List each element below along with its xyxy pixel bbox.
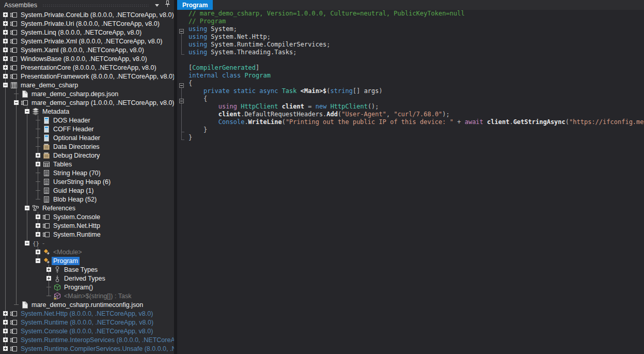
tree-row[interactable]: System.Console (8.0.0.0, .NETCoreApp, v8… — [0, 327, 174, 335]
code-line: private static async Task <Main>$(string… — [177, 87, 644, 95]
code-line: using System.Runtime.CompilerServices; — [177, 41, 644, 49]
expander-icon[interactable] — [36, 250, 40, 254]
tree-row[interactable]: System.Net.Http (8.0.0.0, .NETCoreApp, v… — [0, 309, 174, 318]
expander-icon[interactable] — [3, 56, 8, 61]
tree-row[interactable]: <Module> — [0, 248, 174, 256]
fold-guide-corner — [181, 54, 184, 55]
tree-row[interactable]: Guid Heap (1) — [0, 186, 174, 195]
tree-row[interactable]: System.Xaml (8.0.0.0, .NETCoreApp, v8.0) — [0, 45, 174, 54]
expander-icon[interactable] — [3, 311, 8, 316]
tree-row[interactable]: References — [0, 204, 174, 212]
expander-icon[interactable] — [25, 206, 29, 210]
tree-row[interactable]: System.Runtime (8.0.0.0, .NETCoreApp, v8… — [0, 318, 174, 327]
expander-icon[interactable] — [36, 223, 40, 228]
directory-icon — [42, 143, 51, 151]
tree-row[interactable]: Program() — [0, 283, 174, 291]
fold-guide-corner — [181, 140, 184, 140]
namespace-icon: {} — [32, 239, 40, 248]
tree-row[interactable]: System.Console — [0, 212, 174, 221]
tree-row[interactable]: Data Directories — [0, 142, 174, 151]
expander-icon[interactable] — [3, 65, 8, 70]
expander-icon[interactable] — [3, 320, 8, 325]
tree-row[interactable]: UserString Heap (6) — [0, 177, 174, 186]
expander-icon[interactable] — [46, 276, 51, 281]
expander-icon[interactable] — [46, 267, 51, 272]
tree-row[interactable]: String Heap (70) — [0, 168, 174, 177]
expander-icon[interactable] — [25, 109, 29, 114]
tree-row[interactable]: Derived Types — [0, 274, 174, 283]
code-editor[interactable]: // mare_demo_csharp, Version=1.0.0.0, Cu… — [177, 10, 644, 354]
tree-row-label: COFF Header — [53, 126, 94, 133]
expander-icon[interactable] — [3, 74, 8, 79]
tree-row-label: System.Private.Xml (8.0.0.0, .NETCoreApp… — [21, 38, 162, 45]
code-line: } — [177, 134, 644, 142]
tree-row-label: mare_demo_csharp (1.0.0.0, .NETCoreApp, … — [32, 99, 174, 106]
tree-row[interactable]: System.Private.Uri (8.0.0.0, .NETCoreApp… — [0, 19, 174, 28]
assembly-icon — [10, 327, 18, 335]
code-line: using System; — [177, 25, 644, 33]
tree-row[interactable]: Base Types — [0, 265, 174, 274]
tree-row[interactable]: Blob Heap (52) — [0, 195, 174, 204]
assembly-icon — [21, 99, 29, 107]
expander-icon[interactable] — [3, 83, 8, 87]
expander-icon[interactable] — [3, 337, 8, 342]
tree-row[interactable]: System.Private.Xml (8.0.0.0, .NETCoreApp… — [0, 37, 174, 45]
expander-icon[interactable] — [36, 258, 40, 263]
assemblies-panel: Assemblies System.Private.CoreLib (8.0.0… — [0, 0, 174, 354]
tree-row-label: System.Xaml (8.0.0.0, .NETCoreApp, v8.0) — [21, 47, 144, 54]
tree-row[interactable]: <Main>$(string[]) : Task — [0, 291, 174, 300]
code-line: // Program — [177, 18, 644, 25]
tree-row-label: Guid Heap (1) — [53, 187, 94, 194]
expander-icon[interactable] — [3, 48, 8, 52]
expander-icon[interactable] — [36, 214, 40, 219]
expander-icon[interactable] — [36, 232, 40, 237]
tree-row[interactable]: Debug Directory — [0, 151, 174, 160]
expander-icon[interactable] — [3, 21, 8, 26]
tree-row[interactable]: System.Runtime.InteropServices (8.0.0.0,… — [0, 335, 174, 344]
tree-row[interactable]: mare_demo_csharp — [0, 81, 174, 89]
fold-collapse-icon[interactable] — [179, 29, 184, 34]
chevron-down-icon[interactable] — [155, 4, 159, 7]
tree-row[interactable]: System.Linq (8.0.0.0, .NETCoreApp, v8.0) — [0, 28, 174, 37]
tree-row[interactable]: {}- — [0, 239, 174, 248]
tree-row[interactable]: mare_demo_csharp.runtimeconfig.json — [0, 300, 174, 309]
expander-icon[interactable] — [3, 329, 8, 333]
tree-row[interactable]: DOS Header — [0, 116, 174, 125]
assemblies-tree[interactable]: System.Private.CoreLib (8.0.0.0, .NETCor… — [0, 10, 174, 354]
tree-row[interactable]: Optional Header — [0, 133, 174, 142]
header-page-icon — [42, 116, 51, 125]
tree-row[interactable]: System.Private.CoreLib (8.0.0.0, .NETCor… — [0, 10, 174, 19]
tree-row-label: Tables — [53, 161, 72, 168]
expander-icon[interactable] — [14, 100, 19, 105]
tree-row[interactable]: Program — [0, 256, 174, 265]
tree-row[interactable]: COFF Header — [0, 125, 174, 133]
tree-guide-line — [16, 89, 17, 305]
expander-icon[interactable] — [3, 30, 8, 35]
tab-program[interactable]: Program — [177, 0, 213, 10]
expander-icon[interactable] — [25, 241, 29, 245]
tree-row-label: UserString Heap (6) — [53, 178, 111, 186]
panel-drag-grip[interactable] — [42, 4, 149, 7]
tree-row-label: PresentationFramework (8.0.0.0, .NETCore… — [21, 73, 174, 80]
expander-icon[interactable] — [3, 12, 8, 17]
fold-collapse-icon[interactable] — [179, 99, 184, 103]
tree-row[interactable]: System.Runtime — [0, 230, 174, 239]
tree-row[interactable]: Metadata — [0, 107, 174, 116]
tree-row[interactable]: Tables — [0, 160, 174, 168]
fold-collapse-icon[interactable] — [179, 83, 184, 88]
tree-row[interactable]: System.Runtime.CompilerServices.Unsafe (… — [0, 344, 174, 353]
expander-icon[interactable] — [36, 153, 40, 158]
directory-icon — [42, 151, 51, 160]
code-line: using HttpClient client = new HttpClient… — [177, 103, 644, 111]
tree-row[interactable]: mare_demo_csharp (1.0.0.0, .NETCoreApp, … — [0, 98, 174, 107]
expander-icon[interactable] — [3, 346, 8, 351]
tree-row[interactable]: PresentationCore (8.0.0.0, .NETCoreApp, … — [0, 63, 174, 72]
tree-row[interactable]: mare_demo_csharp.deps.json — [0, 89, 174, 98]
fold-guide-line — [181, 34, 182, 54]
expander-icon[interactable] — [36, 162, 40, 166]
tree-row[interactable]: System.Net.Http — [0, 221, 174, 230]
tree-row[interactable]: WindowsBase (8.0.0.0, .NETCoreApp, v8.0) — [0, 54, 174, 63]
tree-row[interactable]: PresentationFramework (8.0.0.0, .NETCore… — [0, 72, 174, 81]
expander-icon[interactable] — [3, 39, 8, 43]
pin-icon[interactable] — [164, 0, 171, 10]
